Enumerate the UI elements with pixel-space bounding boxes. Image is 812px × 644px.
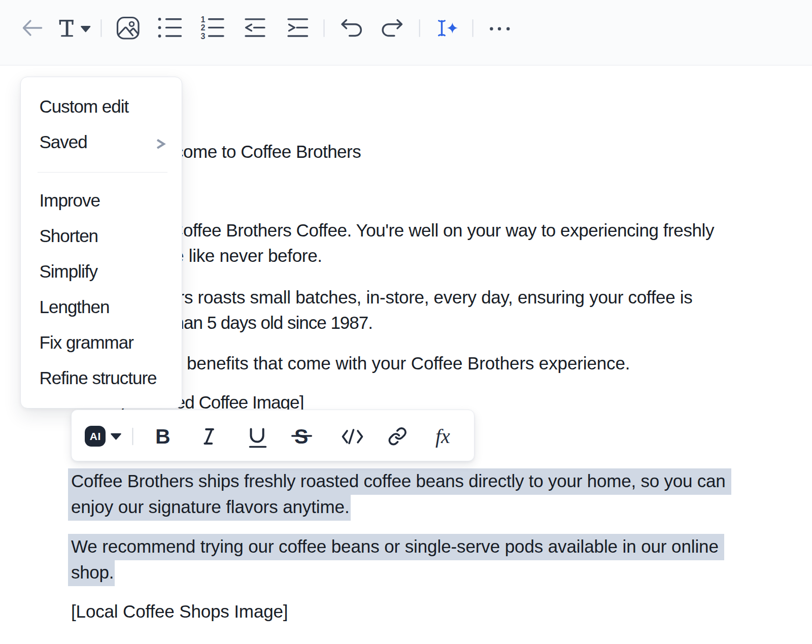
svg-text:fx: fx <box>435 425 450 448</box>
svg-text:1: 1 <box>201 15 206 24</box>
svg-text:B: B <box>155 424 171 448</box>
svg-text:2: 2 <box>201 23 206 32</box>
svg-text:3: 3 <box>201 32 206 41</box>
